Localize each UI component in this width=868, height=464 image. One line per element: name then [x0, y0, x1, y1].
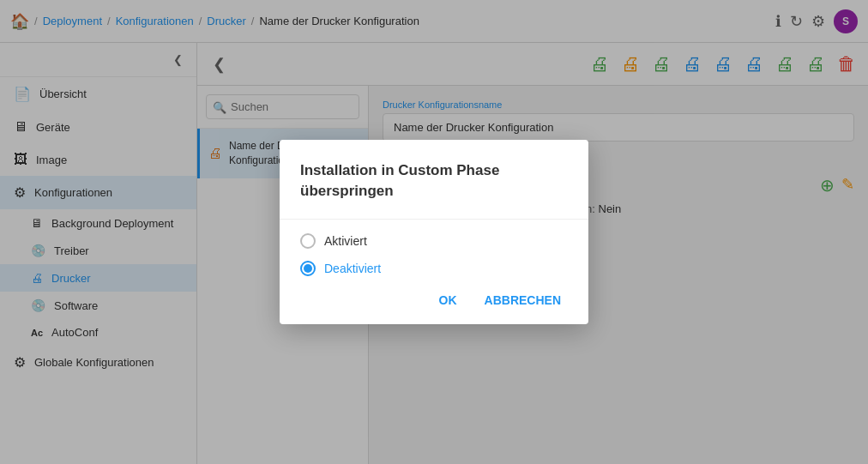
dialog-divider: [280, 219, 588, 220]
radio-aktiviert[interactable]: Aktiviert: [300, 233, 568, 249]
radio-label-aktiviert: Aktiviert: [324, 234, 367, 248]
radio-label-deaktiviert: Deaktiviert: [324, 262, 381, 275]
radio-circle-deaktiviert: [300, 261, 316, 276]
dialog-title: Installation in Custom Phase überspringe…: [300, 160, 568, 202]
radio-group: Aktiviert Deaktiviert: [300, 233, 568, 276]
dialog-overlay[interactable]: Installation in Custom Phase überspringe…: [0, 0, 868, 464]
cancel-button[interactable]: ABBRECHEN: [478, 290, 568, 310]
ok-button[interactable]: OK: [432, 290, 464, 310]
radio-circle-aktiviert: [300, 233, 316, 249]
radio-deaktiviert[interactable]: Deaktiviert: [300, 261, 568, 276]
dialog-actions: OK ABBRECHEN: [300, 290, 568, 310]
dialog: Installation in Custom Phase überspringe…: [280, 140, 588, 324]
